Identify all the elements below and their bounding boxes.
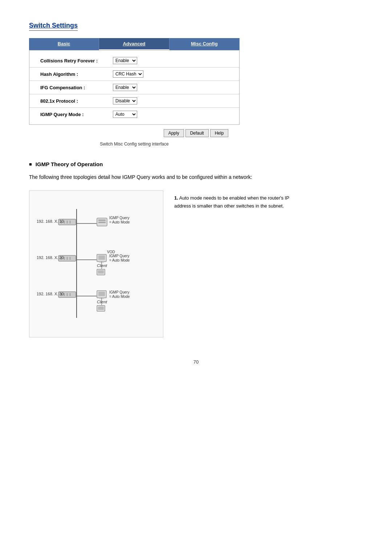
config-row: Collisions Retry Forever :EnableDisable [29, 54, 239, 67]
page-number: 70 [29, 359, 363, 365]
svg-rect-21 [98, 255, 105, 260]
svg-rect-10 [98, 222, 106, 223]
network-diagram: 192. 168. X. 10 IGMP Query = Auto Mode 1… [29, 190, 163, 337]
config-select-hash-algorithm--[interactable]: CRC HashXOR Hash [113, 70, 143, 78]
svg-text:192. 168. X. 30: 192. 168. X. 30 [37, 292, 64, 296]
svg-text:VOD: VOD [107, 250, 115, 254]
svg-text:Client: Client [97, 300, 107, 304]
svg-text:Client: Client [97, 263, 107, 268]
svg-rect-29 [98, 270, 104, 274]
config-select-802-1x-protocol--[interactable]: DisableEnable [113, 97, 137, 104]
default-button[interactable]: Default [185, 129, 209, 137]
config-label: IGMP Query Mode : [40, 112, 113, 117]
svg-text:192. 168. X. 10: 192. 168. X. 10 [37, 219, 64, 223]
svg-rect-45 [98, 307, 104, 310]
config-select-ifg-compensation--[interactable]: EnableDisable [113, 84, 137, 91]
tab-advanced[interactable]: Advanced [99, 38, 169, 50]
tab-basic[interactable]: Basic [29, 38, 99, 50]
description-item: 1. Auto mode needs to be enabled when th… [174, 194, 305, 210]
svg-text:IGMP Query: IGMP Query [109, 290, 129, 294]
config-row: IGMP Query Mode :AutoEnableDisable [29, 108, 239, 121]
network-diagram-svg: 192. 168. X. 10 IGMP Query = Auto Mode 1… [37, 198, 156, 329]
config-row: Hash Algorithm :CRC HashXOR Hash [29, 67, 239, 81]
svg-text:= Auto Mode: = Auto Mode [109, 295, 130, 299]
diagram-caption: Switch Misc Config setting interface [29, 141, 240, 147]
body-text: The following three topologies detail ho… [29, 173, 327, 182]
config-label: IFG Compensation : [40, 85, 113, 90]
config-select-collisions-retry-forever--[interactable]: EnableDisable [113, 57, 137, 64]
page-title: Switch Settings [29, 22, 78, 31]
button-row: ApplyDefaultHelp [29, 125, 363, 139]
config-label: Collisions Retry Forever : [40, 58, 113, 63]
diagram-description: 1. Auto mode needs to be enabled when th… [174, 190, 305, 214]
config-panel: Collisions Retry Forever :EnableDisableH… [29, 50, 240, 125]
apply-button[interactable]: Apply [164, 129, 184, 137]
svg-text:= Auto Mode: = Auto Mode [109, 258, 130, 262]
svg-text:= Auto Mode: = Auto Mode [109, 220, 130, 224]
config-row: IFG Compensation :EnableDisable [29, 81, 239, 94]
config-label: 802.1x Protocol : [40, 98, 113, 104]
igmp-heading: IGMP Theory of Operation [29, 161, 363, 167]
svg-rect-9 [98, 219, 106, 221]
help-button[interactable]: Help [210, 129, 229, 137]
config-label: Hash Algorithm : [40, 71, 113, 77]
svg-text:IGMP Query: IGMP Query [109, 254, 129, 258]
config-select-igmp-query-mode--[interactable]: AutoEnableDisable [113, 111, 137, 118]
tab-misc-config[interactable]: Misc Config [170, 38, 240, 50]
svg-text:IGMP Query: IGMP Query [109, 216, 129, 220]
svg-rect-38 [98, 292, 105, 296]
tab-bar: Basic Advanced Misc Config [29, 38, 240, 50]
config-row: 802.1x Protocol :DisableEnable [29, 94, 239, 108]
svg-text:192. 168. X. 20: 192. 168. X. 20 [37, 255, 64, 260]
